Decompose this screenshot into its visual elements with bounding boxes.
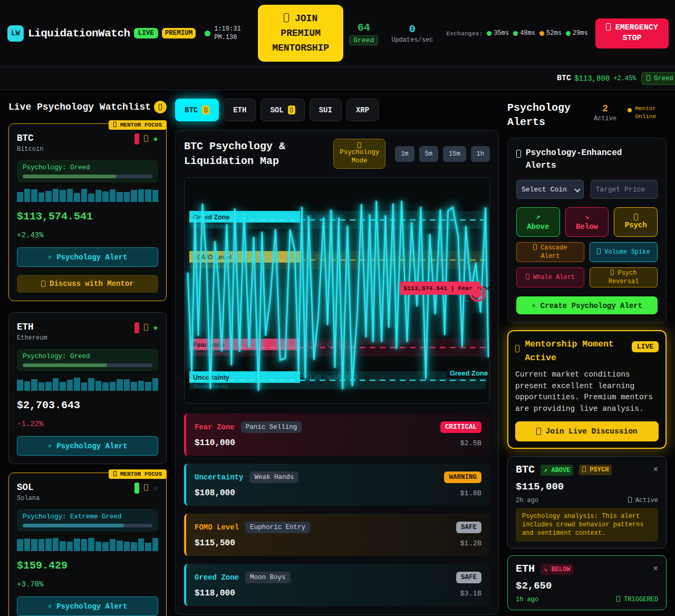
svg-text:Greed Zone: Greed Zone: [450, 369, 488, 377]
